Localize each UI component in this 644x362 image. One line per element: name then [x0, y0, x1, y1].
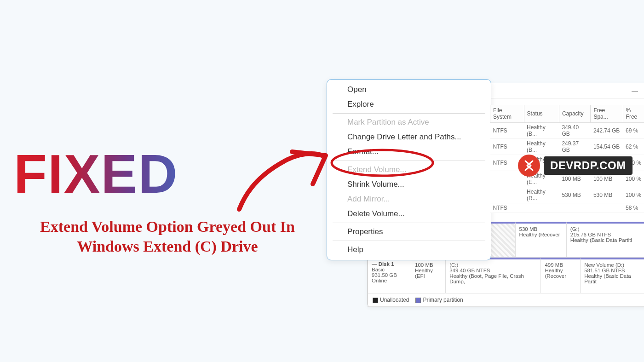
menu-format[interactable]: Format... [327, 144, 491, 159]
context-menu: Open Explore Mark Partition as Active Ch… [327, 79, 491, 260]
menu-change-drive-letter[interactable]: Change Drive Letter and Paths... [327, 130, 491, 144]
minimize-icon[interactable]: — [632, 87, 638, 94]
menu-explore[interactable]: Explore [327, 97, 491, 112]
table-row[interactable]: NTFS58 % [490, 203, 644, 213]
menu-help[interactable]: Help [327, 242, 491, 257]
menu-separator [333, 223, 485, 223]
menu-properties[interactable]: Properties [327, 224, 491, 239]
disk1-part3[interactable]: 499 MB Healthy (Recover [541, 258, 581, 293]
disk1-part1[interactable]: 100 MB Healthy (EFI [411, 258, 446, 293]
disk1-part2[interactable]: (C:) 349.40 GB NTFS Healthy (Boot, Page … [446, 258, 541, 293]
table-row[interactable]: NTFSHealthy (B...249.37 GB154.54 GB62 % [490, 139, 644, 155]
table-row[interactable]: Healthy (R...530 MB530 MB100 % [490, 187, 644, 203]
legend: Unallocated Primary partition [368, 293, 644, 307]
legend-primary-swatch [415, 298, 421, 303]
legend-unallocated-swatch [373, 298, 378, 303]
arrow-annotation [225, 133, 336, 216]
disk-row-1: — Disk 1 Basic 931.50 GB Online 100 MB H… [368, 258, 644, 293]
col-status[interactable]: Status [524, 105, 559, 123]
menu-extend-volume: Extend Volume... [327, 162, 491, 177]
menu-mark-partition-active: Mark Partition as Active [327, 115, 491, 130]
table-row[interactable]: NTFSHealthy (B...349.40 GB242.74 GB69 % [490, 123, 644, 139]
menu-separator [333, 113, 485, 114]
col-filesystem[interactable]: File System [490, 105, 524, 123]
logo-mark-icon [518, 155, 540, 177]
col-capacity[interactable]: Capacity [559, 105, 590, 123]
col-freespace[interactable]: Free Spa... [591, 105, 623, 123]
menu-separator [333, 241, 485, 241]
menu-shrink-volume[interactable]: Shrink Volume... [327, 177, 491, 192]
disk1-label: — Disk 1 Basic 931.50 GB Online [368, 258, 411, 293]
disk0-part3[interactable]: (G:) 215.76 GB NTFS Healthy (Basic Data … [567, 222, 644, 257]
fixed-headline: FIXED [14, 143, 178, 205]
menu-separator [333, 161, 485, 161]
menu-delete-volume[interactable]: Delete Volume... [327, 207, 491, 221]
brand-logo: DEVRDP.COM [518, 155, 632, 177]
col-pctfree[interactable]: % Free [623, 105, 644, 123]
disk0-part2[interactable]: 530 MB Healthy (Recover [516, 222, 567, 257]
subtitle-text: Extend Volume Option Greyed Out In Windo… [20, 217, 315, 256]
logo-text: DEVRDP.COM [544, 156, 632, 175]
menu-open[interactable]: Open [327, 82, 491, 97]
disk1-part4[interactable]: New Volume (D:) 581.51 GB NTFS Healthy (… [581, 258, 644, 293]
menu-add-mirror: Add Mirror... [327, 192, 491, 207]
